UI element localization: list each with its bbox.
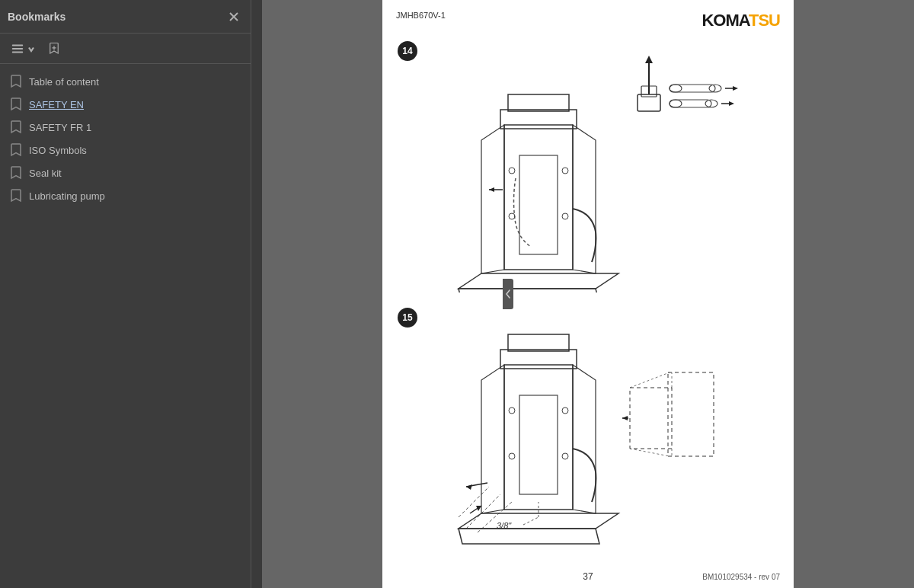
- svg-marker-50: [622, 416, 628, 420]
- sidebar-title: Bookmarks: [8, 11, 66, 23]
- collapse-handle[interactable]: [503, 279, 513, 309]
- bookmark-icon: [11, 189, 21, 203]
- svg-rect-48: [630, 388, 672, 449]
- bookmark-icon: [11, 120, 21, 134]
- close-icon: [228, 11, 240, 23]
- svg-marker-23: [573, 125, 596, 273]
- bookmark-item-safety-en[interactable]: SAFETY EN: [0, 93, 251, 116]
- figure-15-number: 15: [398, 308, 417, 328]
- komatsu-logo-text: KOMA: [701, 11, 749, 30]
- svg-marker-22: [481, 125, 504, 273]
- page-footer: 37 BM101029534 - rev 07: [382, 571, 794, 582]
- svg-point-9: [670, 85, 682, 92]
- doc-id: JMHB670V-1: [396, 11, 446, 20]
- bookmark-item-safety-fr[interactable]: SAFETY FR 1: [0, 116, 251, 139]
- svg-rect-26: [508, 94, 569, 111]
- page-ref: BM101029534 - rev 07: [702, 573, 780, 581]
- svg-rect-38: [519, 395, 558, 494]
- svg-rect-0: [12, 44, 23, 46]
- figure-15: 15: [398, 300, 778, 559]
- bookmark-label-toc: Table of content: [29, 76, 99, 88]
- svg-marker-13: [733, 86, 738, 91]
- bookmark-label-seal: Seal kit: [29, 168, 62, 179]
- svg-point-41: [509, 407, 515, 414]
- bookmark-label-pump: Lubricating pump: [29, 190, 105, 202]
- svg-rect-40: [508, 334, 569, 351]
- svg-point-42: [562, 407, 568, 414]
- svg-marker-46: [466, 484, 472, 490]
- svg-rect-2: [12, 51, 23, 53]
- chevron-left-icon: [505, 289, 511, 299]
- bookmark-item-pump[interactable]: Lubricating pump: [0, 184, 251, 207]
- svg-point-43: [509, 453, 515, 459]
- page-header: JMHB670V-1 KOMATSU: [382, 0, 794, 34]
- bookmark-label-iso: ISO Symbols: [29, 145, 87, 156]
- svg-point-28: [562, 168, 568, 174]
- bookmark-icon: [11, 75, 21, 88]
- svg-rect-35: [504, 365, 573, 510]
- bookmark-item-toc[interactable]: Table of content: [0, 70, 251, 93]
- figure-14-illustration: [398, 34, 778, 292]
- bookmark-add-button[interactable]: [44, 39, 64, 59]
- svg-rect-10: [670, 85, 715, 92]
- list-view-button[interactable]: [8, 39, 41, 59]
- svg-rect-47: [668, 372, 714, 456]
- svg-line-54: [630, 449, 670, 456]
- sidebar-header: Bookmarks: [0, 0, 251, 34]
- svg-marker-19: [459, 273, 618, 289]
- svg-point-14: [670, 100, 682, 107]
- main-content: JMHB670V-1 KOMATSU 14: [262, 0, 914, 588]
- svg-rect-25: [500, 110, 577, 129]
- dropdown-icon: [24, 42, 38, 56]
- figure-15-illustration: 3/8": [398, 300, 778, 559]
- svg-rect-39: [500, 350, 577, 369]
- bookmark-add-icon: [47, 42, 61, 56]
- svg-marker-20: [459, 289, 599, 292]
- komatsu-logo: KOMATSU: [701, 11, 780, 30]
- bookmark-icon: [11, 97, 21, 111]
- list-icon: [11, 42, 24, 56]
- page-viewer: JMHB670V-1 KOMATSU 14: [382, 0, 794, 588]
- bookmark-icon: [11, 143, 21, 157]
- bookmark-item-seal[interactable]: Seal kit: [0, 161, 251, 184]
- figure-14-number: 14: [398, 41, 417, 61]
- svg-rect-24: [519, 155, 558, 254]
- svg-marker-6: [645, 56, 653, 63]
- fraction-label: 3/8": [497, 521, 512, 530]
- bookmark-icon: [11, 166, 21, 180]
- svg-point-44: [562, 453, 568, 459]
- bookmark-label-safety-en: SAFETY EN: [29, 99, 84, 110]
- svg-marker-36: [481, 365, 504, 513]
- svg-rect-21: [504, 125, 573, 270]
- svg-point-27: [509, 168, 515, 174]
- close-button[interactable]: [225, 8, 243, 26]
- svg-marker-32: [489, 187, 494, 192]
- svg-line-55: [523, 517, 538, 525]
- svg-rect-1: [12, 48, 23, 50]
- svg-line-53: [630, 372, 670, 388]
- bookmark-item-iso[interactable]: ISO Symbols: [0, 139, 251, 161]
- middle-panel: [251, 0, 262, 588]
- bookmark-label-safety-fr: SAFETY FR 1: [29, 122, 91, 133]
- sidebar: Bookmarks Table of co: [0, 0, 251, 588]
- svg-marker-18: [729, 101, 734, 106]
- bookmark-list: Table of contentSAFETY ENSAFETY FR 1ISO …: [0, 64, 251, 588]
- page-body: 14: [382, 34, 794, 559]
- sidebar-toolbar: [0, 34, 251, 64]
- svg-point-29: [509, 213, 515, 219]
- figure-14: 14: [398, 34, 778, 292]
- svg-point-30: [562, 213, 568, 219]
- komatsu-logo-accent: TSU: [749, 11, 780, 30]
- svg-marker-37: [573, 365, 596, 513]
